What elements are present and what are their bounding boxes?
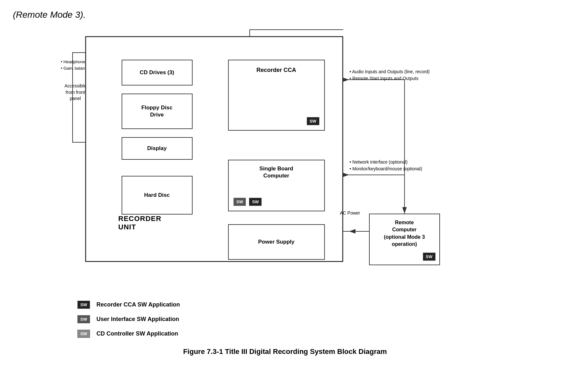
cd-drives-label: CD Drives (3) — [140, 69, 174, 76]
sbc-sw-row: SW SW — [234, 198, 262, 206]
legend-label-1: Recorder CCA SW Application — [96, 301, 180, 308]
page-title: (Remote Mode 3). — [13, 10, 557, 20]
legend-item-3: SW CD Controller SW Application — [77, 330, 180, 338]
power-supply-box: Power Supply — [228, 224, 325, 260]
recorder-cca-box: Recorder CCA SW — [228, 60, 325, 131]
legend-label-2: User Interface SW Application — [96, 316, 179, 323]
hard-disc-label: Hard Disc — [144, 192, 170, 198]
remote-computer-sw-badge: SW — [423, 253, 435, 261]
legend: SW Recorder CCA SW Application SW User I… — [77, 301, 180, 338]
ac-power-label: AC Power — [340, 210, 360, 216]
legend-sw-light: SW — [77, 330, 90, 338]
remote-computer-label: RemoteComputer(optional Mode 3operation) — [370, 214, 439, 248]
legend-item-2: SW User Interface SW Application — [77, 315, 180, 323]
sbc-box: Single BoardComputer SW SW — [228, 160, 325, 211]
remote-computer-box: RemoteComputer(optional Mode 3operation)… — [369, 214, 440, 265]
floppy-disc-label: Floppy DiscDrive — [141, 104, 172, 118]
sbc-label: Single BoardComputer — [229, 160, 324, 179]
legend-sw-medium: SW — [77, 315, 90, 323]
audio-inputs-label: • Audio Inputs and Outputs (line, record… — [350, 68, 453, 82]
recorder-cca-sw-badge: SW — [307, 117, 319, 125]
recorder-unit-box: CD Drives (3) Floppy DiscDrive Display H… — [85, 36, 343, 262]
sbc-sw-badge-2: SW — [249, 198, 262, 206]
sbc-sw-badge-1: SW — [234, 198, 246, 206]
display-label: Display — [147, 145, 166, 152]
power-supply-label: Power Supply — [258, 239, 294, 245]
legend-sw-dark: SW — [77, 301, 90, 309]
front-panel-brace-bottom — [72, 142, 87, 143]
display-box: Display — [122, 137, 193, 160]
hard-disc-box: Hard Disc — [122, 176, 193, 215]
cd-drives-box: CD Drives (3) — [122, 60, 193, 85]
legend-label-3: CD Controller SW Application — [96, 330, 178, 337]
figure-caption: Figure 7.3-1 Title III Digital Recording… — [183, 347, 387, 356]
front-panel-brace-top — [72, 52, 87, 53]
floppy-disc-box: Floppy DiscDrive — [122, 94, 193, 129]
recorder-cca-label: Recorder CCA — [229, 60, 324, 74]
legend-item-1: SW Recorder CCA SW Application — [77, 301, 180, 309]
network-interface-label: • Network interface (optional)• Monitor/… — [350, 159, 453, 172]
recorder-unit-label: RECORDERUNIT — [118, 215, 162, 231]
